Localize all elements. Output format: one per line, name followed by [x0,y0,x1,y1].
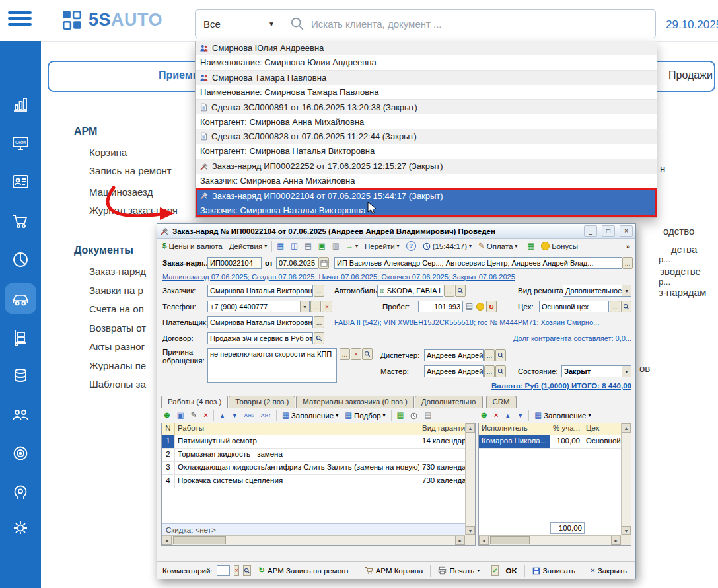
sidebar-item-vehicles[interactable] [5,283,36,314]
bonuses-button[interactable]: Бонусы [538,240,581,252]
window-titlebar[interactable]: Заказ-наряд № ИП00022104 от 07.06.2025 (… [157,224,635,239]
post-icon-button[interactable]: ▣ [315,240,329,252]
shop-field[interactable]: Основной цех [539,301,609,312]
customer-field[interactable]: Смирнова Наталья Викторовна [207,285,313,297]
phone-clear-button[interactable]: × [322,301,332,312]
docs-item-5[interactable]: Журналы пе [89,360,146,371]
payer-field[interactable]: Смирнова Наталья Викторовна [207,316,313,328]
contract-field[interactable]: Продажа з\ч и сервис в Руб от 27.05.2... [207,332,313,344]
move-down-button[interactable]: ▼ [229,412,240,420]
arm-repair-button[interactable]: ↻АРМ Запись на ремонт [255,565,352,577]
arm-item-mashinozaezd[interactable]: Машинозаезд [89,186,153,198]
docs-item-2[interactable]: Счета на оп [89,303,144,314]
docs-item-6[interactable]: Шаблоны за [89,379,146,390]
search-result[interactable]: Смирнова Юлия Андреевна Наименование: См… [196,41,657,70]
sidebar-item-settings[interactable] [5,513,36,543]
tab-goods[interactable]: Товары (2 поз.) [229,396,295,408]
scroll-up-button[interactable]: ▲ [466,423,475,433]
scroll-left-button[interactable]: ◄ [479,536,489,545]
time-button[interactable]: (15:44:17)▾ [419,240,475,252]
comment-open-button[interactable] [243,565,251,576]
organization-select-button[interactable]: ... [622,257,633,269]
dispatcher-open-button[interactable] [495,349,506,361]
related-docs-icon-button[interactable]: ▥ [329,240,343,252]
mileage-history-icon[interactable]: ▤ [466,302,473,310]
arm-cart-button[interactable]: АРМ Корзина [361,564,427,577]
save-button[interactable]: Записать [529,565,579,577]
menu-button[interactable] [8,8,32,29]
docs-item-1[interactable]: Заявки на р [89,285,143,296]
docs-item-4[interactable]: Акты разног [89,341,145,352]
docs-item-3[interactable]: Возвраты от [89,322,146,334]
layout-button[interactable]: ▤ [421,410,434,421]
scroll-right-button[interactable]: ► [611,536,621,545]
payer-select-button[interactable]: ... [314,316,324,328]
scroll-right-button[interactable]: ► [455,536,465,545]
pick-button[interactable]: ▦Подбор▾ [342,410,388,421]
horizontal-scrollbar[interactable]: ◄ ► [162,535,465,545]
table-row[interactable]: 1 Пятиминутный осмотр 14 календарных д..… [162,435,465,449]
report-icon-button[interactable]: ▦ [273,240,287,252]
organization-field[interactable]: ИП Васильев Александр Сер...; Автосервис… [334,257,622,269]
reason-open-button[interactable] [362,348,373,360]
sort-desc-button[interactable]: АЯ↑ [258,412,273,420]
fill-button[interactable]: ▦Заполнение▾ [532,410,593,421]
phone-select-button[interactable]: ... [310,301,321,312]
column-header[interactable]: Исполнитель [479,423,550,435]
more-toolbar-button[interactable]: » [623,240,633,252]
scrollbar-thumb[interactable] [490,536,530,544]
ok-button[interactable]: OK [503,565,521,577]
payment-button[interactable]: ✎Оплата▾ [475,240,521,252]
prices-currency-button[interactable]: $Цены и валюта [159,240,226,252]
actions-button[interactable]: Действия▾ [226,240,270,252]
close-window-button[interactable]: ×Закрыть [587,565,630,577]
move-up-button[interactable]: ▲ [217,412,228,420]
arm-item-korzina[interactable]: Корзина [89,147,127,158]
column-header[interactable]: Вид гарантии [419,423,465,435]
mileage-field[interactable]: 101 993 [418,301,463,312]
sidebar-item-clients[interactable] [5,166,36,197]
copy-row-button[interactable]: ▣ [174,410,187,421]
sidebar-item-cart[interactable] [5,205,36,236]
state-combo[interactable]: Закрыт▼ [561,365,631,377]
tab-works[interactable]: Работы (4 поз.) [161,396,228,408]
arm-item-zhurnal[interactable]: Журнал заказ-наря [89,205,178,216]
sidebar-item-finance[interactable] [5,361,36,391]
table-row[interactable]: 4 Прокачка системы сцепления 730 календа… [162,475,465,488]
sidebar-item-targets[interactable] [5,438,36,468]
vertical-scrollbar[interactable]: ▲ ▼ [465,423,475,535]
scrollbar-thumb[interactable] [173,536,226,544]
copy-doc-icon-button[interactable]: ▤ [301,240,315,252]
sort-asc-button[interactable]: АЯ↓ [242,412,257,420]
car-select-button[interactable]: ... [444,285,454,297]
fill-button[interactable]: ▦Заполнение▾ [279,410,341,421]
move-down-button[interactable]: ▼ [515,412,526,420]
delete-row-button[interactable]: × [201,410,211,421]
calendar-button[interactable] [318,257,329,269]
structure-icon-button[interactable]: ◫ [287,240,301,252]
dispatcher-field[interactable]: Андреев Андрей Вл [424,349,484,361]
sidebar-item-assistant[interactable] [5,477,36,507]
table-icon-button[interactable]: ▦ [524,240,538,252]
go-icon-button[interactable]: →▾ [343,240,362,252]
master-select-button[interactable]: ... [484,365,495,377]
scroll-down-button[interactable]: ▼ [466,526,475,535]
scroll-left-button[interactable]: ◄ [162,536,172,545]
tab-additional[interactable]: Дополнительно [415,396,483,408]
horizontal-scrollbar[interactable]: ◄ ► [479,535,621,545]
sidebar-item-planner[interactable] [5,244,36,275]
car-details-link[interactable]: FABIA II (542); VIN XW8EH15J2CK555518; г… [334,318,631,326]
reason-field[interactable]: не переключаются скорости на КПП [207,348,337,383]
add-row-button[interactable]: ⊕ [478,410,490,421]
timeline-link[interactable]: Машинозаезд 07.06.2025; Создан 07.06.202… [162,273,532,281]
print-button[interactable]: Печать▾ [435,564,483,577]
scroll-down-button[interactable]: ▼ [622,526,631,535]
comment-clear-button[interactable]: × [234,565,239,576]
shop-open-button[interactable] [621,301,631,312]
reason-select-button[interactable]: ... [340,348,350,360]
goto-button[interactable]: Перейти▾ [361,240,403,252]
debt-link[interactable]: Долг контрагента составляет: 0,0... [468,334,631,342]
doc-number-field[interactable]: ИП00022104 [207,257,262,269]
tab-crm[interactable]: CRM [486,396,517,408]
timer-button[interactable] [408,411,420,421]
